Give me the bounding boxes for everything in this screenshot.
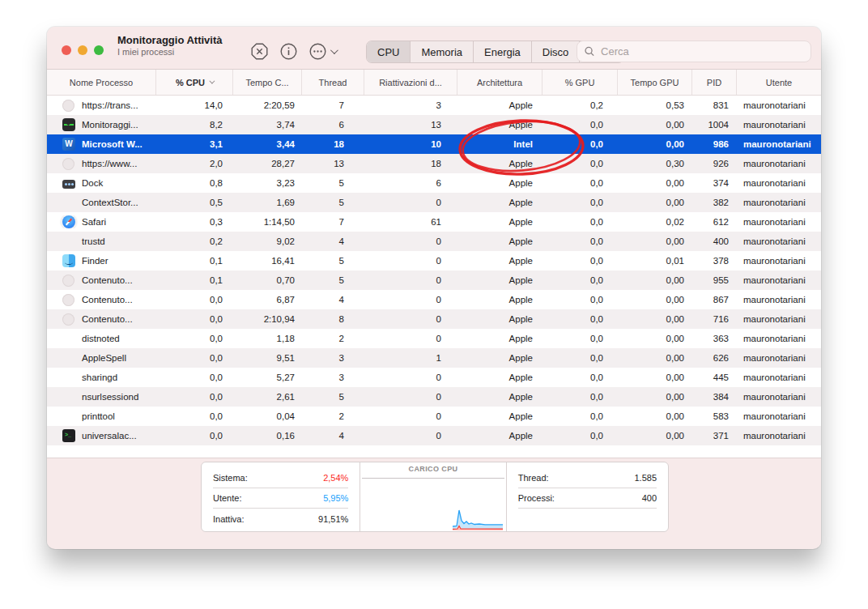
tab-memoria[interactable]: Memoria bbox=[411, 41, 474, 62]
cell-gpu: 0,0 bbox=[542, 159, 618, 168]
cell-nome-processo: distnoted bbox=[47, 332, 156, 345]
cell-tempo-cpu: 1,69 bbox=[233, 198, 302, 207]
cell-thread: 4 bbox=[302, 236, 364, 246]
cell-utente: mauronotariani bbox=[737, 100, 821, 110]
cell-thread: 2 bbox=[302, 411, 364, 421]
column-header-utente[interactable]: Utente bbox=[737, 70, 821, 95]
process-row-finder[interactable]: Finder0,116,4150Apple0,00,01378mauronota… bbox=[47, 251, 821, 270]
process-row-https-trans[interactable]: https://trans...14,02:20,5973Apple0,20,5… bbox=[47, 96, 821, 115]
cell-gpu: 0,0 bbox=[542, 314, 618, 324]
tab-disco[interactable]: Disco bbox=[532, 41, 581, 62]
cell-pid: 374 bbox=[692, 178, 737, 188]
cell-thread: 8 bbox=[302, 314, 364, 324]
cell-architettura: Apple bbox=[457, 275, 542, 285]
cell-tempo-cpu: 28,27 bbox=[233, 159, 302, 168]
window-title: Monitoraggio Attività bbox=[117, 34, 223, 47]
zoom-button[interactable] bbox=[94, 45, 104, 55]
cell-tempo-gpu: 0,00 bbox=[618, 275, 692, 285]
process-row-applespell[interactable]: AppleSpell0,09,5131Apple0,00,00626mauron… bbox=[47, 348, 821, 368]
process-name: distnoted bbox=[82, 334, 120, 343]
process-row-safari[interactable]: Safari0,31:14,50761Apple0,00,02612mauron… bbox=[47, 212, 821, 232]
process-row-sharingd[interactable]: sharingd0,05,2730Apple0,00,00445mauronot… bbox=[47, 368, 821, 387]
cell-gpu: 0,0 bbox=[542, 236, 618, 246]
cell-utente: mauronotariani bbox=[737, 256, 821, 266]
process-row-trustd[interactable]: trustd0,29,0240Apple0,00,00400mauronotar… bbox=[47, 232, 821, 251]
search-icon bbox=[585, 46, 594, 57]
cell-riattivazioni: 10 bbox=[364, 139, 457, 149]
process-row-contenuto[interactable]: Contenuto...0,06,8740Apple0,00,00867maur… bbox=[47, 290, 821, 309]
close-button[interactable] bbox=[62, 45, 71, 55]
cell-tempo-cpu: 0,16 bbox=[233, 431, 302, 441]
cell-pid: 384 bbox=[692, 392, 737, 402]
cell-gpu: 0,0 bbox=[542, 353, 618, 363]
cell-riattivazioni: 0 bbox=[364, 256, 457, 266]
window-subtitle: I miei processi bbox=[117, 47, 223, 58]
process-name: printtool bbox=[82, 411, 115, 421]
column-header-tempo-c[interactable]: Tempo C... bbox=[233, 70, 302, 95]
cell-utente: mauronotariani bbox=[737, 373, 821, 382]
cell-thread: 7 bbox=[302, 217, 364, 227]
cell-utente: mauronotariani bbox=[737, 159, 821, 168]
column-header-cpu[interactable]: % CPU bbox=[156, 70, 233, 95]
more-options-button[interactable] bbox=[309, 43, 336, 60]
utente-row: Utente: 5,95% bbox=[213, 488, 348, 509]
tab-energia[interactable]: Energia bbox=[474, 41, 532, 62]
inspect-process-button[interactable] bbox=[280, 43, 297, 60]
cpu-load-chart-title: CARICO CPU bbox=[360, 462, 505, 473]
cell-gpu: 0,0 bbox=[542, 295, 618, 304]
cpu-stats-box: Sistema: 2,54% Utente: 5,95% Inattiva: 9… bbox=[201, 462, 669, 532]
process-row-microsoft-w[interactable]: Microsoft W...3,13,441810Intel0,00,00986… bbox=[47, 134, 821, 154]
column-header-gpu[interactable]: % GPU bbox=[542, 70, 618, 95]
cell-riattivazioni: 0 bbox=[364, 198, 457, 207]
process-row-dock[interactable]: Dock0,83,2356Apple0,00,00374mauronotaria… bbox=[47, 173, 821, 193]
process-row-contenuto[interactable]: Contenuto...0,10,7050Apple0,00,00955maur… bbox=[47, 270, 821, 290]
cell-cpu: 0,0 bbox=[156, 334, 233, 343]
column-header-pid[interactable]: PID bbox=[692, 70, 737, 95]
cell-utente: mauronotariani bbox=[737, 353, 821, 363]
cell-gpu: 0,0 bbox=[542, 431, 618, 441]
status-footer: Sistema: 2,54% Utente: 5,95% Inattiva: 9… bbox=[47, 458, 821, 547]
cell-utente: mauronotariani bbox=[737, 120, 821, 130]
toolbar: Monitoraggio Attività I miei processi bbox=[47, 27, 821, 70]
utente-value: 5,95% bbox=[323, 493, 348, 503]
search-input[interactable] bbox=[599, 45, 803, 58]
column-header-tempo-gpu[interactable]: Tempo GPU bbox=[618, 70, 692, 95]
cell-architettura: Apple bbox=[457, 159, 542, 168]
cell-tempo-cpu: 3,44 bbox=[233, 139, 302, 149]
tab-cpu[interactable]: CPU bbox=[367, 41, 411, 62]
cell-nome-processo: Contenuto... bbox=[47, 275, 156, 287]
process-row-https-www[interactable]: https://www...2,028,271318Apple0,00,3092… bbox=[47, 154, 821, 173]
cell-gpu: 0,0 bbox=[542, 256, 618, 266]
cell-nome-processo: trustd bbox=[47, 235, 156, 248]
process-name: https://trans... bbox=[82, 100, 138, 110]
minimize-button[interactable] bbox=[78, 45, 87, 55]
process-row-universalac[interactable]: universalac...0,00,1640Apple0,00,00371ma… bbox=[47, 426, 821, 445]
column-header-riattivazioni-d[interactable]: Riattivazioni d... bbox=[364, 70, 457, 95]
quit-process-button[interactable] bbox=[251, 43, 268, 60]
process-row-printtool[interactable]: printtool0,00,0420Apple0,00,00583maurono… bbox=[47, 407, 821, 426]
no-icon bbox=[62, 390, 75, 403]
cell-architettura: Apple bbox=[457, 100, 542, 110]
process-row-monitoraggi[interactable]: Monitoraggi...8,23,74613Apple0,00,001004… bbox=[47, 115, 821, 134]
process-row-contenuto[interactable]: Contenuto...0,02:10,9480Apple0,00,00716m… bbox=[47, 309, 821, 329]
cell-tempo-gpu: 0,01 bbox=[618, 256, 692, 266]
cell-tempo-gpu: 0,00 bbox=[618, 411, 692, 421]
search-field[interactable] bbox=[577, 40, 811, 62]
process-row-distnoted[interactable]: distnoted0,01,1820Apple0,00,00363maurono… bbox=[47, 329, 821, 348]
cell-gpu: 0,0 bbox=[542, 334, 618, 343]
column-header-nome-processo[interactable]: Nome Processo bbox=[47, 70, 156, 95]
column-header-thread[interactable]: Thread bbox=[302, 70, 364, 95]
cell-gpu: 0,0 bbox=[542, 178, 618, 188]
cell-riattivazioni: 13 bbox=[364, 120, 457, 130]
cell-cpu: 0,2 bbox=[156, 236, 233, 246]
cell-thread: 4 bbox=[302, 431, 364, 441]
process-row-nsurlsessiond[interactable]: nsurlsessiond0,02,6150Apple0,00,00384mau… bbox=[47, 387, 821, 407]
process-row-contextstor[interactable]: ContextStor...0,51,6950Apple0,00,00382ma… bbox=[47, 193, 821, 212]
toolbar-actions bbox=[251, 43, 336, 60]
column-header-label: Tempo C... bbox=[245, 78, 288, 87]
cell-tempo-gpu: 0,30 bbox=[618, 159, 692, 168]
column-header-architettura[interactable]: Architettura bbox=[457, 70, 542, 95]
cell-cpu: 2,0 bbox=[156, 159, 233, 168]
cell-cpu: 0,0 bbox=[156, 431, 233, 441]
cell-architettura: Apple bbox=[457, 373, 542, 382]
